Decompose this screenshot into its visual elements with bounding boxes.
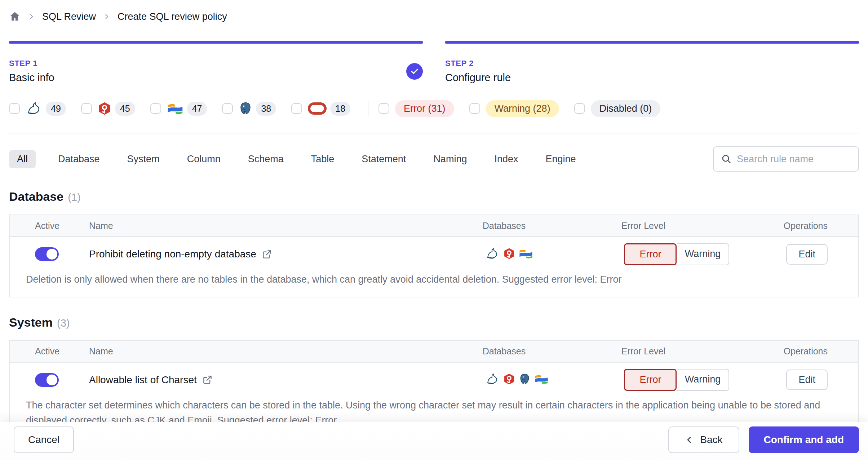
step-2-progress-bar bbox=[445, 41, 859, 44]
section-title: Database bbox=[9, 190, 63, 204]
tidb-checkbox[interactable] bbox=[81, 103, 92, 114]
database-section-heading: Database (1) bbox=[9, 190, 859, 204]
tab-all[interactable]: All bbox=[9, 150, 36, 168]
step-1: STEP 1 Basic info bbox=[9, 41, 423, 84]
tab-engine[interactable]: Engine bbox=[545, 154, 576, 165]
warning-checkbox[interactable] bbox=[469, 103, 480, 114]
rule-description: Deletion is only allowed when there are … bbox=[10, 271, 858, 297]
section-title: System bbox=[9, 315, 53, 329]
edit-button[interactable]: Edit bbox=[786, 370, 828, 390]
error-level-option-error[interactable]: Error bbox=[624, 243, 677, 265]
check-circle-icon bbox=[406, 63, 423, 80]
filter-tidb: 45 bbox=[81, 102, 135, 116]
home-icon[interactable] bbox=[9, 11, 21, 22]
disabled-filter-pill: Disabled (0) bbox=[591, 100, 661, 117]
step-1-progress-bar bbox=[9, 41, 423, 44]
error-level-option-warning[interactable]: Warning bbox=[677, 243, 729, 265]
table-row: Prohibit deleting non-empty database bbox=[10, 236, 858, 297]
filter-oceanbase: 47 bbox=[150, 102, 207, 116]
section-divider bbox=[9, 133, 859, 133]
rule-engine-icons bbox=[485, 373, 624, 386]
mysql-checkbox[interactable] bbox=[9, 103, 20, 114]
filter-disabled-level: Disabled (0) bbox=[574, 100, 661, 117]
footer-action-bar: Cancel Back Confirm and add bbox=[0, 422, 868, 460]
tab-schema[interactable]: Schema bbox=[248, 154, 284, 165]
oracle-count-badge: 18 bbox=[330, 102, 350, 116]
search-rule-box bbox=[713, 146, 859, 172]
postgres-icon bbox=[239, 102, 252, 115]
mysql-count-badge: 49 bbox=[46, 102, 66, 116]
cancel-button[interactable]: Cancel bbox=[14, 426, 74, 453]
col-operations: Operations bbox=[784, 346, 828, 357]
error-level-option-warning[interactable]: Warning bbox=[677, 369, 729, 391]
oracle-icon bbox=[308, 102, 327, 115]
category-tabbar: All Database System Column Schema Table … bbox=[9, 146, 859, 172]
filter-mysql: 49 bbox=[9, 102, 66, 116]
tab-statement[interactable]: Statement bbox=[362, 154, 406, 165]
back-button[interactable]: Back bbox=[668, 426, 739, 453]
confirm-and-add-button[interactable]: Confirm and add bbox=[749, 426, 859, 453]
system-section-heading: System (3) bbox=[9, 315, 859, 329]
tidb-icon bbox=[503, 373, 515, 386]
filter-postgres: 38 bbox=[222, 102, 276, 116]
external-link-icon[interactable] bbox=[203, 375, 212, 385]
error-level-option-error[interactable]: Error bbox=[624, 369, 677, 391]
col-operations: Operations bbox=[784, 221, 828, 231]
step-2: STEP 2 Configure rule bbox=[445, 41, 859, 84]
oceanbase-icon bbox=[534, 373, 549, 386]
error-checkbox[interactable] bbox=[378, 103, 389, 114]
breadcrumb-sql-review[interactable]: SQL Review bbox=[42, 11, 96, 22]
postgres-icon bbox=[519, 373, 531, 386]
col-name: Name bbox=[89, 221, 483, 231]
oceanbase-checkbox[interactable] bbox=[150, 103, 161, 114]
step-1-label: STEP 1 bbox=[9, 59, 54, 68]
search-input[interactable] bbox=[737, 154, 851, 165]
filter-oracle: 18 bbox=[291, 102, 350, 116]
edit-button[interactable]: Edit bbox=[786, 244, 828, 265]
oceanbase-icon bbox=[519, 248, 533, 261]
error-filter-pill: Error (31) bbox=[395, 100, 454, 117]
oracle-checkbox[interactable] bbox=[291, 103, 302, 114]
step-1-title: Basic info bbox=[9, 72, 54, 84]
col-databases: Databases bbox=[483, 221, 621, 231]
filter-error-level: Error (31) bbox=[378, 100, 454, 117]
filter-divider bbox=[368, 100, 368, 117]
tab-column[interactable]: Column bbox=[187, 154, 221, 165]
step-indicator: STEP 1 Basic info STEP 2 Configure rule bbox=[9, 41, 859, 84]
filter-warning-level: Warning (28) bbox=[469, 100, 559, 117]
table-header-row: Active Name Databases Error Level Operat… bbox=[10, 341, 858, 362]
table-header-row: Active Name Databases Error Level Operat… bbox=[10, 215, 858, 236]
tab-index[interactable]: Index bbox=[494, 154, 518, 165]
tab-database[interactable]: Database bbox=[58, 154, 100, 165]
warning-filter-pill: Warning (28) bbox=[486, 100, 559, 117]
tab-table[interactable]: Table bbox=[311, 154, 335, 165]
external-link-icon[interactable] bbox=[262, 249, 272, 259]
breadcrumb-current-page: Create SQL review policy bbox=[118, 11, 227, 22]
chevron-right-icon bbox=[28, 13, 35, 20]
chevron-left-icon bbox=[685, 435, 694, 444]
tab-naming[interactable]: Naming bbox=[433, 154, 467, 165]
error-level-segmented: Error Warning bbox=[624, 369, 786, 391]
rule-active-toggle[interactable] bbox=[35, 373, 59, 387]
step-2-title: Configure rule bbox=[445, 72, 511, 84]
back-button-label: Back bbox=[700, 434, 722, 446]
chevron-right-icon bbox=[103, 13, 110, 20]
tab-system[interactable]: System bbox=[127, 154, 160, 165]
col-name: Name bbox=[89, 346, 483, 357]
filter-bar: 49 45 bbox=[9, 100, 859, 117]
postgres-checkbox[interactable] bbox=[222, 103, 233, 114]
rule-engine-icons bbox=[485, 248, 624, 261]
mysql-icon bbox=[485, 248, 500, 261]
create-sql-review-policy-page: SQL Review Create SQL review policy STEP… bbox=[0, 0, 868, 460]
disabled-checkbox[interactable] bbox=[574, 103, 585, 114]
mysql-icon bbox=[26, 102, 42, 115]
error-level-segmented: Error Warning bbox=[624, 243, 786, 265]
step-2-label: STEP 2 bbox=[445, 59, 511, 68]
oceanbase-count-badge: 47 bbox=[187, 102, 207, 116]
rule-active-toggle[interactable] bbox=[35, 247, 59, 261]
col-active: Active bbox=[35, 221, 89, 231]
oceanbase-icon bbox=[167, 102, 183, 115]
col-error-level: Error Level bbox=[621, 221, 784, 231]
rule-name: Prohibit deleting non-empty database bbox=[89, 248, 256, 260]
tidb-count-badge: 45 bbox=[115, 102, 135, 116]
